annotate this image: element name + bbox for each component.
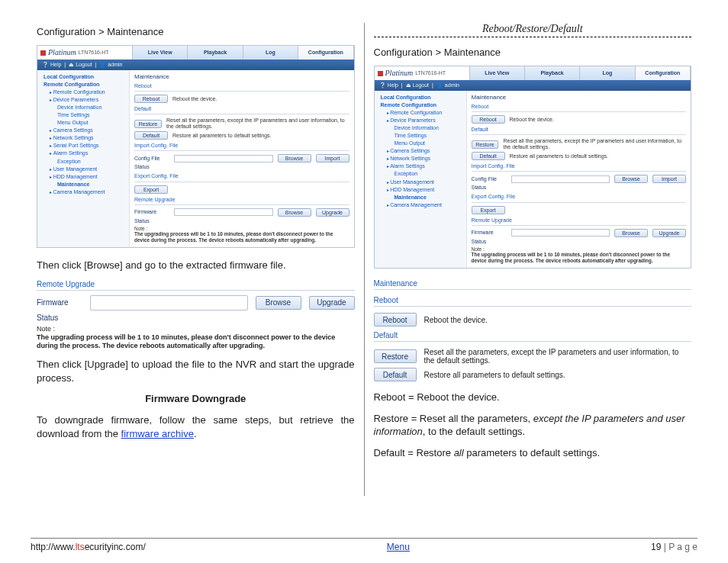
sidebar-item-time[interactable]: Time Settings (375, 132, 466, 140)
help-link[interactable]: ❔ Help (42, 62, 61, 68)
maint-restore-button[interactable]: Restore (374, 349, 417, 363)
sidebar-item-maintenance[interactable]: Maintenance (37, 181, 129, 188)
sidebar-item-time[interactable]: Time Settings (37, 111, 129, 119)
tab-log[interactable]: Log (580, 66, 635, 80)
reboot-desc: Reboot the device. (510, 117, 554, 123)
tab-playback[interactable]: Playback (188, 46, 243, 60)
sidebar-item-maintenance[interactable]: Maintenance (375, 194, 466, 201)
reboot-section: Reboot (134, 83, 350, 89)
firmware-label: Firmware (134, 209, 169, 215)
logout-link[interactable]: ⏏ Logout (69, 62, 92, 68)
maint-default-button[interactable]: Default (374, 368, 417, 381)
sidebar-item-camera[interactable]: Camera Settings (37, 127, 129, 134)
sidebar-item-remote[interactable]: Remote Configuration (375, 101, 466, 109)
export-button[interactable]: Export (472, 206, 505, 214)
tab-live-view[interactable]: Live View (470, 66, 525, 80)
sidebar-item-exception[interactable]: Exception (37, 158, 129, 166)
default-button[interactable]: Default (472, 152, 505, 160)
reboot-explain: Reboot = Reboot the device. (374, 391, 692, 404)
upgrade-button[interactable]: Upgrade (316, 208, 350, 217)
sidebar-item-camera-mgmt[interactable]: Camera Management (37, 188, 129, 196)
snippet-browse-button[interactable]: Browse (256, 296, 301, 310)
firmware-label: Firmware (472, 230, 507, 236)
sidebar: Local Configuration Remote Configuration… (37, 70, 130, 247)
right-column: Reboot/Restore/Default Configuration > M… (368, 23, 698, 496)
dashed-rule (374, 37, 692, 37)
logout-link[interactable]: ⏏ Logout (406, 82, 429, 88)
snippet-firmware-label: Firmware (37, 298, 82, 307)
sidebar-item-network[interactable]: Network Settings (375, 155, 466, 162)
left-column: Configuration > Maintenance Platinum LTN… (31, 23, 361, 496)
sidebar-item-remote2[interactable]: Remote Configuration (375, 109, 466, 117)
firmware-input[interactable] (174, 208, 273, 216)
maint-reboot-sub: Reboot (374, 296, 692, 304)
column-divider (364, 23, 365, 496)
browse-button-import[interactable]: Browse (614, 175, 648, 183)
section-title: Reboot/Restore/Default (374, 23, 692, 35)
reboot-button[interactable]: Reboot (134, 95, 168, 103)
browse-button-upgrade[interactable]: Browse (614, 229, 648, 237)
sidebar-item-device-info[interactable]: Device Information (37, 104, 129, 111)
status-label-upgrade: Status (472, 239, 507, 245)
tab-configuration[interactable]: Configuration (636, 66, 691, 80)
upgrade-button[interactable]: Upgrade (652, 229, 686, 237)
sidebar-item-camera-mgmt[interactable]: Camera Management (375, 201, 466, 209)
sidebar-item-hdd[interactable]: HDD Management (375, 186, 466, 194)
maint-title: Maintenance (374, 279, 692, 288)
reboot-button[interactable]: Reboot (472, 115, 505, 124)
config-file-input[interactable] (174, 155, 273, 162)
tab-live-view[interactable]: Live View (133, 46, 188, 60)
snippet-heading: Remote Upgrade (37, 280, 355, 288)
sidebar-item-camera[interactable]: Camera Settings (375, 147, 466, 155)
tab-configuration[interactable]: Configuration (298, 46, 353, 60)
maint-reboot-button[interactable]: Reboot (374, 313, 417, 327)
sidebar-item-device-params[interactable]: Device Parameters (37, 96, 129, 104)
sidebar-item-alarm[interactable]: Alarm Settings (37, 150, 129, 157)
import-section: Import Config. File (472, 163, 687, 169)
restore-button[interactable]: Restore (472, 140, 499, 149)
sidebar-item-device-params[interactable]: Device Parameters (375, 117, 466, 124)
default-section: Default (472, 127, 687, 133)
reboot-section: Reboot (472, 104, 687, 110)
snippet-firmware-input[interactable] (90, 295, 248, 310)
sidebar-item-remote[interactable]: Remote Configuration (37, 81, 129, 88)
browse-button-import[interactable]: Browse (278, 154, 311, 162)
config-file-input[interactable] (511, 175, 610, 183)
brand-logo-icon (40, 50, 46, 56)
sidebar-item-network[interactable]: Network Settings (37, 134, 129, 142)
firmware-archive-link[interactable]: firmware archive (121, 428, 194, 439)
import-section: Import Config. File (134, 143, 350, 149)
sidebar-item-menu-out[interactable]: Menu Output (37, 119, 129, 127)
sidebar-item-serial[interactable]: Serial Port Settings (37, 142, 129, 150)
export-section: Export Config. File (134, 173, 350, 179)
maint-default-sub: Default (374, 331, 692, 339)
remote-upgrade-snippet: Remote Upgrade Firmware Browse Upgrade S… (37, 280, 355, 351)
sidebar-item-exception[interactable]: Exception (375, 170, 466, 178)
snippet-upgrade-button[interactable]: Upgrade (309, 296, 355, 310)
restore-button[interactable]: Restore (134, 120, 162, 128)
export-button[interactable]: Export (134, 185, 168, 194)
remote-upgrade-section: Remote Upgrade (472, 217, 687, 224)
browse-button-upgrade[interactable]: Browse (278, 208, 311, 217)
sidebar-item-remote2[interactable]: Remote Configuration (37, 88, 129, 96)
sidebar-item-user[interactable]: User Management (37, 166, 129, 173)
maintenance-snippet: Maintenance Reboot Reboot Reboot the dev… (374, 279, 692, 381)
default-desc: Restore all parameters to default settin… (172, 133, 272, 139)
firmware-input[interactable] (511, 229, 610, 236)
sidebar-item-hdd[interactable]: HDD Management (37, 173, 129, 181)
sidebar-item-local[interactable]: Local Configuration (37, 73, 129, 81)
default-button[interactable]: Default (134, 131, 168, 140)
sidebar-item-device-info[interactable]: Device Information (375, 124, 466, 132)
tab-log[interactable]: Log (243, 46, 298, 60)
footer-menu-link[interactable]: Menu (387, 542, 410, 552)
import-button[interactable]: Import (316, 154, 350, 162)
sidebar-item-local[interactable]: Local Configuration (375, 94, 466, 101)
help-link[interactable]: ❔ Help (379, 82, 398, 88)
maint-default-desc: Restore all parameters to default settin… (424, 371, 692, 379)
sidebar-item-alarm[interactable]: Alarm Settings (375, 162, 466, 170)
sidebar-item-user[interactable]: User Management (375, 179, 466, 186)
import-button[interactable]: Import (652, 175, 686, 183)
page-footer: http://www.ltsecurityinc.com/ Menu 19 | … (31, 538, 697, 552)
sidebar-item-menu-out[interactable]: Menu Output (375, 140, 466, 147)
tab-playback[interactable]: Playback (525, 66, 580, 80)
